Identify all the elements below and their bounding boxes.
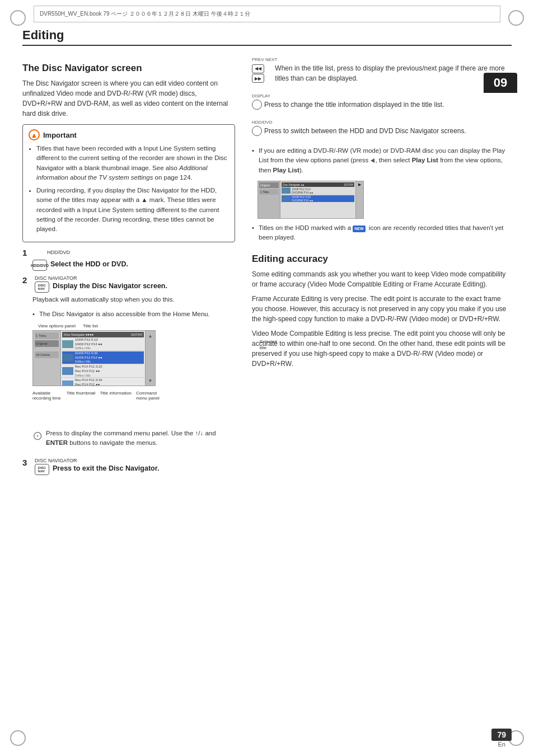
step-1-icon-label: HDD/DVD: [47, 250, 70, 255]
step-3: 3 DISC NAVIGATOR DISCNAV Press to exit t…: [22, 458, 235, 476]
label-title-info-bottom: Title information: [100, 391, 132, 401]
label-selected-title: Selectedtitle: [260, 339, 277, 351]
editing-accuracy-para3: Video Mode Compatible Editing is less pr…: [252, 328, 512, 369]
step-3-header: DISCNAV Press to exit the Disc Navigator…: [35, 464, 159, 475]
playlist-main: Disc Navigate ●● 10/7/04 10/08 P12 0:12D…: [280, 181, 355, 218]
page-number-area: 79 En: [491, 729, 512, 748]
step-3-icon: DISCNAV: [35, 464, 49, 475]
navigator-screenshot-wrapper: View options panel Title list 1 Titles O…: [32, 330, 235, 401]
playlist-sidebar: Original 1 Titles: [258, 181, 280, 218]
nav-inner: 1 Titles Original All Delete Disc Naviga…: [33, 331, 155, 386]
joystick-instruction: ⊙ Press to display the command menu pane…: [32, 429, 235, 453]
step-2-header: DISCNAV Display the Disc Navigator scree…: [35, 281, 167, 293]
corner-tl: [10, 10, 26, 26]
hdd-dvd-circle-icon: [252, 126, 262, 136]
playlist-topbar: Disc Navigate ●● 10/7/04: [282, 182, 354, 187]
right-column: PREV NEXT ◀◀ ▶▶ When in the title list, …: [252, 57, 512, 481]
new-badge: NEW: [353, 226, 365, 233]
nav-row-2: 02/08 P12 0:20 02/08 P12 P14 ●● Dvf6ns t…: [62, 351, 144, 364]
nav-row-4: Rec P14 P11 0:34 Rec P14 P11 ●● Dvf6ns t…: [62, 378, 144, 386]
navigator-screenshot: 1 Titles Original All Delete Disc Naviga…: [32, 330, 156, 386]
pl-info-2: 02/08 P12 0:20DVD/RW P14 ●●: [292, 195, 313, 202]
prev-next-icons: ◀◀ ▶▶: [252, 63, 273, 83]
corner-tr: [508, 10, 524, 26]
nav-thumb-4: [62, 381, 73, 386]
left-column: The Disc Navigator screen The Disc Navig…: [22, 57, 235, 481]
display-section: DISPLAY Press to change the title inform…: [252, 93, 512, 114]
sub-heading: The Disc Navigator screen: [22, 63, 235, 74]
page-lang: En: [491, 741, 512, 748]
nav-row-1: 10/08 P12 0:12 10/08 P12 P14 ●● Dvf6ns t…: [62, 338, 144, 351]
step-2-bullet-1: The Disc Navigator is also accessible fr…: [32, 309, 235, 319]
label-view-options: View options panel: [38, 323, 76, 328]
step-2-subtext: Playback will automatically stop when yo…: [32, 295, 235, 304]
columns: The Disc Navigator screen The Disc Navig…: [22, 57, 512, 481]
pl-sidebar-item-2: 1 Titles: [259, 189, 279, 195]
important-title: ▲ Important: [29, 129, 229, 140]
playlist-row-1: 10/08 P12 0:12DVD/RW P14 ●●: [282, 187, 354, 195]
hdd-dvd-text1: Press to switch between the HDD and DVD …: [264, 126, 466, 136]
step-2-num: 2: [22, 275, 32, 285]
label-cmd-panel: Commandmenu panel: [136, 391, 160, 401]
new-icon-bullet: Titles on the HDD marked with a NEW icon…: [252, 223, 512, 243]
pl-thumb-1: [282, 187, 291, 194]
editing-accuracy-heading: Editing accuracy: [252, 253, 512, 265]
nav-sidebar-item-2: Original: [35, 340, 59, 347]
nav-main: Disc Navigate ●●●● 10/7/04 10/08 P12 0:1…: [61, 331, 145, 386]
hdd-dvd-row1: Press to switch between the HDD and DVD …: [252, 126, 512, 140]
joystick-symbol: ⊙: [32, 429, 43, 443]
step-1-num: 1: [22, 248, 32, 257]
step-3-text: Press to exit the Disc Navigator.: [53, 464, 159, 474]
nav-info-1: 10/08 P12 0:12 10/08 P12 P14 ●● Dvf6ns t…: [75, 338, 102, 350]
label-avail-time: Availablerecording time: [32, 391, 61, 401]
nav-info-2: 02/08 P12 0:20 02/08 P12 P14 ●● Dvf6ns t…: [75, 351, 102, 364]
label-title-list: Title list: [83, 323, 98, 328]
new-icon-section: Titles on the HDD marked with a NEW icon…: [252, 223, 512, 243]
prev-icon: ◀◀: [252, 64, 264, 73]
prev-next-row: ◀◀ ▶▶ When in the title list, press to d…: [252, 63, 512, 88]
display-row: Press to change the title information di…: [252, 100, 512, 114]
playlist-right-panel: ▶: [355, 181, 363, 218]
section-heading: Editing: [22, 28, 512, 46]
step-2: 2 DISC NAVIGATOR DISCNAV Display the Dis…: [22, 275, 235, 452]
step-1: 1 HDD/DVD HDD/DVD Select the HDD or DVD.: [22, 248, 235, 271]
nav-row-3: Rec P14 P11 0:22 Rec P14 P11 ●● Dvf6ns t…: [62, 365, 144, 378]
playlist-section: If you are editing a DVD-R/-RW (VR mode)…: [252, 146, 512, 175]
nav-sidebar: 1 Titles Original All Delete: [33, 331, 61, 386]
important-list: Titles that have been recorded with a In…: [29, 144, 229, 234]
nav-sidebar-item-3: All Delete: [35, 351, 59, 358]
label-thumb: Title thumbnail: [67, 391, 96, 401]
editing-accuracy: Editing accuracy Some editing commands a…: [252, 253, 512, 369]
playlist-screenshot: Original 1 Titles Disc Navigate ●● 10/7/…: [257, 181, 364, 219]
nav-info-3: Rec P14 P11 0:22 Rec P14 P11 ●● Dvf6ns t…: [75, 365, 102, 377]
editing-accuracy-para1: Some editing commands ask you whether yo…: [252, 269, 512, 289]
hdd-dvd-label: HDD/DVD: [252, 120, 512, 125]
top-bar: DVR550H_WV_EN.book 79 ページ ２００６年１２月２８日 木曜…: [34, 6, 500, 22]
display-label: DISPLAY: [252, 93, 512, 98]
nav-top-bar: Disc Navigate ●●●● 10/7/04: [62, 332, 144, 337]
nav-info-4: Rec P14 P11 0:34 Rec P14 P11 ●● Dvf6ns t…: [75, 378, 102, 386]
nav-thumb-2: [62, 354, 73, 361]
prev-next-text: When in the title list, press to display…: [275, 63, 512, 83]
prev-next-section: PREV NEXT ◀◀ ▶▶ When in the title list, …: [252, 57, 512, 88]
pl-thumb-2: [282, 195, 291, 201]
playlist-bullets: If you are editing a DVD-R/-RW (VR mode)…: [252, 146, 512, 175]
joystick-text: Press to display the command menu panel.…: [46, 429, 235, 448]
nav-thumb-3: [62, 367, 73, 375]
playlist-row-2: 02/08 P12 0:20DVD/RW P14 ●●: [282, 195, 354, 202]
step-2-icon-label: DISC NAVIGATOR: [35, 275, 167, 281]
display-circle-icon: [252, 100, 262, 110]
page-num-box: 79: [491, 729, 512, 741]
important-item-2: During recording, if you display the Dis…: [36, 186, 229, 234]
screenshot-labels-row: Availablerecording time Title thumbnail …: [32, 391, 235, 401]
playlist-screenshot-inner: Original 1 Titles Disc Navigate ●● 10/7/…: [258, 181, 363, 218]
nav-sidebar-item-1: 1 Titles: [35, 332, 59, 339]
step-3-num: 3: [22, 458, 32, 467]
editing-accuracy-para2: Frame Accurate Editing is very precise. …: [252, 294, 512, 324]
step-1-text: Select the HDD or DVD.: [50, 260, 128, 270]
nav-scroll: ▲: [148, 334, 153, 339]
hdd-dvd-section: HDD/DVD Press to switch between the HDD …: [252, 120, 512, 140]
top-bar-text: DVR550H_WV_EN.book 79 ページ ２００６年１２月２８日 木曜…: [40, 10, 250, 18]
step-2-text: Display the Disc Navigator screen.: [53, 281, 167, 292]
nav-scroll-down: ▼: [148, 378, 153, 383]
